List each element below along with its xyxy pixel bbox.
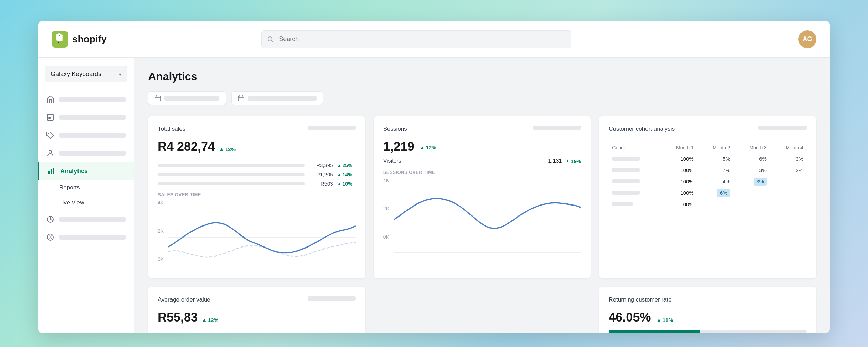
cohort-row-4: 100% 6% [609,187,807,199]
liveview-label: Live View [59,199,84,206]
page-title: Analytics [148,70,816,83]
search-input[interactable] [261,30,571,48]
up-arrow-icon: ▲ [219,146,224,152]
sessions-value: 1,219 [383,139,414,154]
sy-label-0k: 0K [383,234,389,240]
sidebar-item-liveview[interactable]: Live View [38,195,134,210]
breakdown-label-3: R503 [309,181,333,187]
sidebar-item-orders[interactable] [38,108,134,126]
col-month2: Month 2 [697,142,734,153]
reports-label: Reports [59,184,80,191]
cohort-cell-1-2: 5% [697,153,734,165]
cohort-cell-1-0 [609,153,660,165]
y-label-4k: 4K [158,200,164,206]
breakdown-rows: R3,395 ▲ 25% R1,205 [158,162,356,187]
date-filters [148,91,816,105]
marketing-icon [46,215,54,223]
nav-discounts-placeholder [59,235,126,240]
date-1-placeholder [164,96,219,101]
up-arrow-sessions: ▲ [420,145,425,150]
average-order-header: Average order value [158,296,356,307]
visitors-value: 1,131 [548,158,562,164]
sidebar: Galaxy Keyboards ▾ [38,58,134,333]
sidebar-item-marketing[interactable] [38,210,134,228]
cohort-cell-4-3 [734,187,770,199]
cohort-cell-2-3: 3% [734,165,770,176]
sessions-value-row: 1,219 ▲ 12% [383,139,581,155]
cohort-header-row: Cohort Month 1 Month 2 Month 3 Month 4 [609,142,807,153]
breakdown-row-3: R503 ▲ 10% [158,181,356,187]
cohort-cell-3-1: 100% [661,176,697,187]
breakdown-row-2: R1,205 ▲ 14% [158,171,356,177]
customers-icon [46,149,54,157]
home-icon [46,95,54,104]
col-cohort: Cohort [609,142,660,153]
nav-marketing-placeholder [59,217,126,222]
sidebar-item-home[interactable] [38,91,134,108]
returning-header: Returning customer rate [609,296,807,307]
cohort-header: Customer cohort analysis [609,126,807,137]
cohort-cell-2-4: 2% [770,165,807,176]
total-sales-title: Total sales [158,126,185,133]
sy-label-4k: 4K [383,178,389,183]
visitors-badge: ▲ 19% [565,158,581,164]
cohort-cell-4-4 [770,187,807,199]
orders-icon [46,113,54,122]
returning-customer-card: Returning customer rate 46.05% ▲ 11% [599,287,816,333]
date-filter-1[interactable] [148,91,226,105]
cohort-cell-1-3: 6% [734,153,770,165]
cohort-cell-3-2: 4% [697,176,734,187]
sidebar-item-reports[interactable]: Reports [38,180,134,195]
sessions-badge: ▲ 12% [420,145,436,150]
main-content: Galaxy Keyboards ▾ [38,58,830,333]
average-order-value: R55,83 [158,310,198,325]
breakdown-bar-2 [158,173,239,176]
store-name: Galaxy Keyboards [51,71,101,78]
cohort-row-3: 100% 4% 3% [609,176,807,187]
sales-chart-svg [168,200,356,275]
logo-area: shopify [52,31,148,48]
analytics-label: Analytics [60,168,88,175]
up-arrow-aov: ▲ [202,317,207,323]
col-month4: Month 4 [770,142,807,153]
svg-rect-8 [53,168,54,174]
cohort-row-5: 100% [609,199,807,210]
breakdown-badge-2: ▲ 14% [337,172,356,177]
sales-chart-area: 4K 2K 0K [158,200,356,269]
cohort-table: Cohort Month 1 Month 2 Month 3 Month 4 1… [609,142,807,210]
sidebar-item-customers[interactable] [38,144,134,162]
sessions-title: Sessions [383,126,407,133]
cohort-cell-3-0 [609,176,660,187]
cohort-cell-2-1: 100% [661,165,697,176]
svg-rect-11 [155,96,161,101]
svg-point-5 [49,150,52,153]
shopify-logo-icon [52,31,68,48]
total-sales-header: Total sales [158,126,356,137]
sidebar-item-discounts[interactable] [38,228,134,246]
sessions-placeholder [533,126,581,130]
breakdown-bar-3 [158,182,217,185]
analytics-icon [47,167,55,175]
date-filter-2[interactable] [231,91,323,105]
calendar-icon-2 [238,95,244,101]
chevron-down-icon: ▾ [119,72,121,77]
cohort-cell-3-4 [770,176,807,187]
cohort-cell-5-0 [609,199,660,210]
visitors-label: Visitors [383,158,401,164]
sy-label-2k: 2K [383,206,389,211]
nav-orders-placeholder [59,115,126,120]
breakdown-bar-bg-2 [158,173,305,176]
cohort-cell-2-0 [609,165,660,176]
sidebar-item-analytics[interactable]: Analytics [38,162,134,180]
cohort-card: Customer cohort analysis Cohort Month 1 … [599,116,816,278]
total-sales-card: Total sales R4 282,74 ▲ 12% [148,116,365,278]
store-selector[interactable]: Galaxy Keyboards ▾ [45,66,127,82]
breakdown-bar-bg-3 [158,182,305,185]
cohort-cell-1-1: 100% [661,153,697,165]
empty-card-placeholder [374,287,591,333]
svg-rect-6 [48,171,50,174]
avatar[interactable]: AG [798,30,816,48]
cohort-cell-1-4: 3% [770,153,807,165]
breakdown-label-2: R1,205 [309,171,333,177]
sidebar-item-tags[interactable] [38,126,134,144]
